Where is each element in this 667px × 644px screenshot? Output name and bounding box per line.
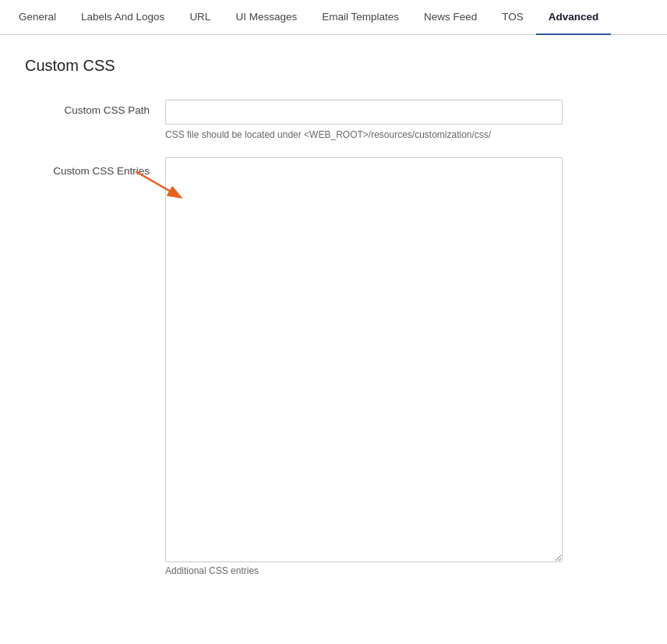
entries-label-container: Custom CSS Entries xyxy=(25,157,165,177)
tab-url[interactable]: URL xyxy=(177,0,223,35)
tab-general[interactable]: General xyxy=(6,0,69,35)
tab-email-templates[interactable]: Email Templates xyxy=(309,0,411,35)
arrow-indicator-icon xyxy=(136,171,182,202)
css-path-label: Custom CSS Path xyxy=(25,100,165,116)
form-section: Custom CSS Path CSS file should be locat… xyxy=(25,100,642,576)
css-entries-textarea[interactable] xyxy=(165,157,563,562)
tab-advanced[interactable]: Advanced xyxy=(536,0,612,35)
tab-news-feed[interactable]: News Feed xyxy=(411,0,489,35)
css-entries-hint: Additional CSS entries xyxy=(165,565,563,576)
css-path-input[interactable] xyxy=(165,100,563,125)
page-content: Custom CSS Custom CSS Path CSS file shou… xyxy=(0,35,667,598)
css-path-row: Custom CSS Path CSS file should be locat… xyxy=(25,100,642,140)
css-path-field-group: CSS file should be located under <WEB_RO… xyxy=(165,100,642,140)
css-entries-row: Custom CSS Entries Additional CSS entrie… xyxy=(25,157,642,576)
tab-bar: General Labels And Logos URL UI Messages… xyxy=(0,0,667,35)
page-title: Custom CSS xyxy=(25,57,642,75)
tab-ui-messages[interactable]: UI Messages xyxy=(223,0,309,35)
tab-tos[interactable]: TOS xyxy=(489,0,536,35)
css-entries-field-group: Additional CSS entries xyxy=(165,157,563,576)
svg-line-1 xyxy=(136,171,176,195)
css-path-hint: CSS file should be located under <WEB_RO… xyxy=(165,129,642,140)
tab-labels-logos[interactable]: Labels And Logos xyxy=(69,0,177,35)
